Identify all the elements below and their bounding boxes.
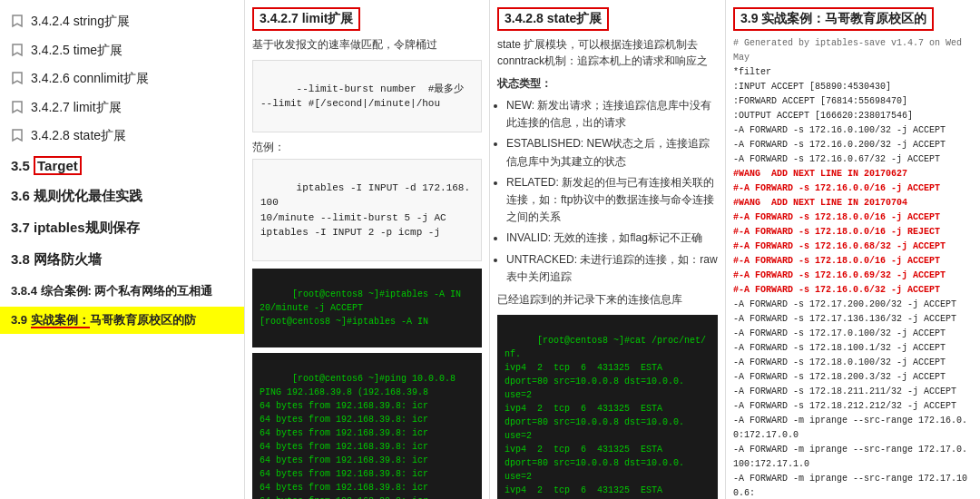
- sidebar-item-time[interactable]: 3.4.2.5 time扩展: [0, 36, 244, 65]
- sidebar-item-state[interactable]: 3.4.2.8 state扩展: [0, 122, 244, 151]
- sidebar-section-label: 3.9 实战案例：马哥教育原校区的防: [11, 313, 196, 328]
- sidebar-item-string[interactable]: 3.4.2.4 string扩展: [0, 7, 244, 36]
- main-content: 3.4.2.7 limit扩展 基于收发报文的速率做匹配，令牌桶过 --limi…: [245, 0, 980, 499]
- col-state-bullets: NEW: 新发出请求；连接追踪信息库中没有此连接的信息，出的请求 ESTABLI…: [506, 97, 718, 286]
- bullet-untracked: UNTRACKED: 未进行追踪的连接，如：raw表中关闭追踪: [506, 251, 718, 286]
- sidebar-item-limit[interactable]: 3.4.2.7 limit扩展: [0, 93, 244, 122]
- col-state-terminal: [root@centos8 ~]#cat /proc/net/nf. ivp4 …: [497, 315, 718, 499]
- code-line: #-A FORWARD -s 172.16.0.0/16 -j ACCEPT: [733, 181, 973, 196]
- sidebar-section-private-net[interactable]: 3.8.4 综合案例: 两个私有网络的互相通: [0, 276, 244, 307]
- code-line: :OUTPUT ACCEPT [166620:238017546]: [733, 109, 973, 123]
- code-line: -A FORWARD -s 172.18.212.212/32 -j ACCEP…: [733, 399, 973, 414]
- code-line: #-A FORWARD -s 172.16.0.69/32 -j ACCEPT: [733, 269, 973, 283]
- col-limit-terminal2: [root@centos6 ~]#ping 10.0.0.8 PING 192.…: [252, 353, 482, 499]
- code-line: -A FORWARD -m iprange --src-range 172.17…: [733, 472, 973, 499]
- sidebar-section-firewall[interactable]: 3.8 网络防火墙: [0, 244, 244, 276]
- bookmark-icon: [11, 100, 24, 114]
- bullet-invalid: INVALID: 无效的连接，如flag标记不正确: [506, 230, 718, 247]
- col-state-desc: state 扩展模块，可以根据连接追踪机制去 conntrack机制：追踪本机上…: [497, 36, 718, 69]
- code-line: -A FORWARD -s 172.17.136.136/32 -j ACCEP…: [733, 312, 973, 327]
- code-line: :FORWARD ACCEPT [76814:55698470]: [733, 94, 973, 109]
- target-text: Target: [34, 156, 82, 175]
- code-line: -A FORWARD -s 172.16.0.100/32 -j ACCEPT: [733, 123, 973, 138]
- code-line: *filter: [733, 65, 973, 80]
- sidebar-section-label: 3.7 iptables规则保存: [11, 220, 140, 235]
- code-line: #-A FORWARD -s 172.18.0.0/16 -j ACCEPT: [733, 254, 973, 269]
- code-line: -A FORWARD -m iprange --src-range 172.16…: [733, 414, 973, 443]
- col-limit-desc: 基于收发报文的速率做匹配，令牌桶过: [252, 36, 482, 53]
- code-line: #WANG ADD NEXT LINE IN 20170627: [733, 167, 973, 181]
- bookmark-icon: [11, 71, 24, 85]
- col-shizhan: 3.9 实战案例：马哥教育原校区的 # Generated by iptable…: [726, 0, 980, 499]
- sidebar-section-label: 3.8.4 综合案例: 两个私有网络的互相通: [11, 284, 212, 298]
- bookmark-icon: [11, 128, 24, 142]
- sidebar-item-label: 3.4.2.6 connlimit扩展: [31, 70, 149, 88]
- code-line: # Generated by iptables-save v1.4.7 on W…: [733, 36, 973, 65]
- col-shizhan-title: 3.9 实战案例：马哥教育原校区的: [733, 7, 934, 31]
- col-state-title: 3.4.2.8 state扩展: [497, 7, 609, 31]
- bullet-new: NEW: 新发出请求；连接追踪信息库中没有此连接的信息，出的请求: [506, 97, 718, 132]
- bookmark-icon: [11, 43, 24, 57]
- bullet-established: ESTABLISHED: NEW状态之后，连接追踪信息库中为其建立的状态: [506, 135, 718, 170]
- code-line: -A FORWARD -s 172.18.0.100/32 -j ACCEPT: [733, 356, 973, 370]
- code-line: -A FORWARD -s 172.16.0.67/32 -j ACCEPT: [733, 152, 973, 167]
- col-limit-code2: iptables -I INPUT -d 172.168.100 10/minu…: [252, 159, 482, 261]
- code-line: -A FORWARD -s 172.18.100.1/32 -j ACCEPT: [733, 341, 973, 356]
- sidebar-item-label: 3.4.2.5 time扩展: [31, 42, 122, 60]
- code-line: #-A FORWARD -s 172.18.0.0/16 -j REJECT: [733, 225, 973, 240]
- code-line: -A FORWARD -s 172.16.0.200/32 -j ACCEPT: [733, 138, 973, 152]
- code-line: :INPUT ACCEPT [85890:4530430]: [733, 80, 973, 94]
- code-line: #-A FORWARD -s 172.18.0.0/16 -j ACCEPT: [733, 210, 973, 225]
- sidebar-section-optimize[interactable]: 3.6 规则优化最佳实践: [0, 181, 244, 212]
- code-line: -A FORWARD -m iprange --src-range 172.17…: [733, 443, 973, 472]
- code-line: -A FORWARD -s 172.18.200.3/32 -j ACCEPT: [733, 370, 973, 385]
- col-shizhan-code: # Generated by iptables-save v1.4.7 on W…: [733, 36, 973, 499]
- code-line: -A FORWARD -s 172.17.200.200/32 -j ACCEP…: [733, 298, 973, 312]
- col-state-section-label: 状态类型：: [497, 76, 718, 92]
- col-state: 3.4.2.8 state扩展 state 扩展模块，可以根据连接追踪机制去 c…: [490, 0, 726, 499]
- sidebar-item-label: 3.4.2.7 limit扩展: [31, 99, 122, 117]
- col-limit-code1: --limit-burst number #最多少 --limit #[/sec…: [252, 60, 482, 132]
- sidebar-item-connlimit[interactable]: 3.4.2.6 connlimit扩展: [0, 64, 244, 93]
- sidebar-section-target[interactable]: 3.5 Target: [0, 151, 244, 181]
- sidebar-section-shizhan[interactable]: 3.9 实战案例：马哥教育原校区的防: [0, 307, 244, 334]
- bookmark-icon: [11, 14, 24, 28]
- col-limit-title: 3.4.2.7 limit扩展: [252, 7, 360, 31]
- sidebar-section-save[interactable]: 3.7 iptables规则保存: [0, 212, 244, 244]
- sidebar-item-label: 3.4.2.4 string扩展: [31, 13, 130, 31]
- col-limit-example-label: 范例：: [252, 140, 482, 155]
- col-state-db-label: 已经追踪到的并记录下来的连接信息库: [497, 291, 718, 308]
- code-line: -A FORWARD -s 172.18.211.211/32 -j ACCEP…: [733, 385, 973, 399]
- code-line: -A FORWARD -s 172.17.0.100/32 -j ACCEPT: [733, 327, 973, 341]
- code-line: #-A FORWARD -s 172.16.0.6/32 -j ACCEPT: [733, 283, 973, 298]
- sidebar-section-label: 3.8 网络防火墙: [11, 251, 102, 267]
- sidebar: 3.4.2.4 string扩展 3.4.2.5 time扩展 3.4.2.6 …: [0, 0, 245, 499]
- sidebar-section-label: 3.6 规则优化最佳实践: [11, 188, 142, 203]
- col-limit: 3.4.2.7 limit扩展 基于收发报文的速率做匹配，令牌桶过 --limi…: [245, 0, 490, 499]
- sidebar-item-label: 3.4.2.8 state扩展: [31, 127, 126, 145]
- col-limit-terminal1: [root@centos8 ~]#iptables -A IN 20/minut…: [252, 269, 482, 347]
- code-line: #WANG ADD NEXT LINE IN 20170704: [733, 196, 973, 210]
- bullet-related: RELATED: 新发起的但与已有连接相关联的连接，如：ftp协议中的数据连接与…: [506, 174, 718, 227]
- code-line: #-A FORWARD -s 172.16.0.68/32 -j ACCEPT: [733, 240, 973, 254]
